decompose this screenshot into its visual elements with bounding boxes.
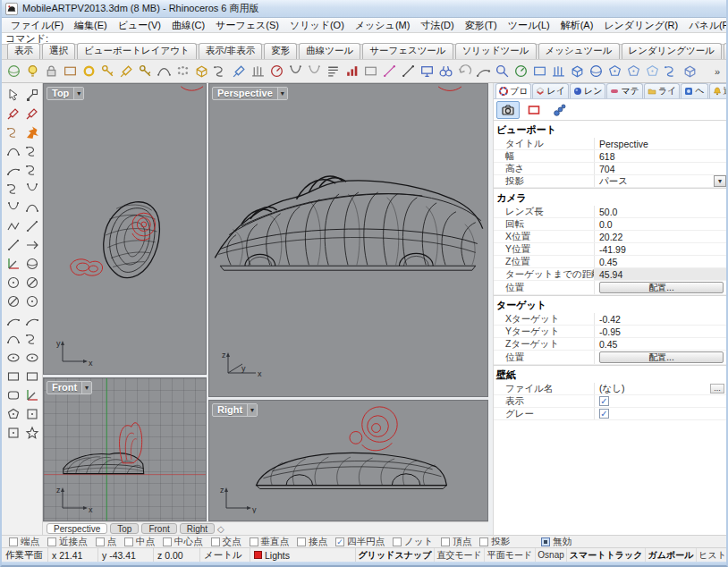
panel-tab-help[interactable]: ヘ [681,83,707,98]
camera-z-value[interactable]: 0.45 [594,256,726,267]
sphere-icon[interactable] [22,254,41,273]
clipping-plane-button[interactable] [522,101,546,119]
target-y-value[interactable]: -0.95 [594,326,726,337]
arc-center-icon[interactable] [4,310,22,329]
map-icon[interactable] [61,62,80,81]
curve-v-icon[interactable] [286,62,305,81]
arc-3pt-icon[interactable] [22,310,41,329]
menu-transform[interactable]: 変形(T) [460,18,503,33]
viewport-front[interactable]: Front ▾ [43,377,207,521]
u-curve-icon[interactable] [4,198,22,216]
viewport-tab-perspective[interactable]: Perspective [47,523,107,534]
polygon-edge-icon[interactable] [22,404,41,423]
toolbar-tab-solid-tools[interactable]: ソリッドツール [455,43,537,59]
osnap-disable[interactable]: 無効 [541,536,571,548]
freeform-curve-icon[interactable] [211,62,230,81]
toggle-grid-snap[interactable]: グリッドスナップ [356,548,435,562]
panel-tab-notifications[interactable]: 通… [709,83,728,98]
viewport-perspective-menu-arrow[interactable]: ▾ [277,88,287,99]
toolbar-tab-surface-tools[interactable]: サーフェスツール [362,43,453,59]
toolbar-tab-select[interactable]: 選択 [42,43,75,59]
target-z-value[interactable]: 0.45 [594,338,726,350]
menu-dimension[interactable]: 寸法(D) [415,18,459,33]
picture-frame-icon[interactable] [22,385,41,404]
panel-tab-materials[interactable]: マテ [606,83,642,98]
v-curve-icon[interactable] [22,179,41,198]
toggle-planar[interactable]: 平面モード [485,548,535,562]
menu-solid[interactable]: ソリッド(O) [284,18,350,33]
toolbar-tab-render-tools[interactable]: レンダリングツール [622,43,722,59]
lasso-icon[interactable] [4,123,22,141]
menu-curve[interactable]: 曲線(C) [166,18,210,33]
dock-icon[interactable] [549,62,568,81]
toolbar-tab-drafting[interactable]: 製図 [724,43,728,59]
toggle-smarttrack[interactable]: スマートトラック [567,548,646,562]
arc-blend-icon[interactable] [4,160,22,179]
app-icon[interactable] [5,3,18,15]
panel-tab-rendering[interactable]: レン [570,83,605,98]
blue-sphere-icon[interactable] [587,62,605,81]
menu-tools[interactable]: ツール(L) [503,18,555,33]
panel-tab-properties[interactable]: プロ [495,83,531,98]
zoom-target-icon[interactable] [493,62,512,81]
osnap-perpendicular[interactable]: 垂直点 [250,536,290,548]
osnap-end[interactable]: 端点 [9,536,39,548]
wallpaper-show-checkbox[interactable] [599,396,609,406]
arc-icon[interactable] [474,62,493,81]
square-icon[interactable] [4,423,22,442]
gauge-icon[interactable] [267,62,286,81]
wallpaper-filename-value[interactable]: (なし) ... [594,383,726,394]
menu-render[interactable]: レンダリング(R) [598,18,683,33]
viewport-right[interactable]: Right ▾ [208,400,488,521]
layer-state-icon[interactable] [80,62,98,81]
toolbar-tab-mesh-tools[interactable]: メッシュツール [538,43,620,59]
menu-surface[interactable]: サーフェス(S) [210,18,284,33]
units-menu[interactable]: メートル [200,548,250,562]
tag-icon[interactable] [117,62,136,81]
curve-fair-icon[interactable] [4,179,22,198]
camera-y-value[interactable]: -41.99 [594,243,726,255]
keys-icon[interactable] [136,62,155,81]
zigzag-polyline-icon[interactable] [4,216,22,235]
star-icon[interactable] [22,423,41,442]
rebuild-curve-icon[interactable] [22,198,41,216]
conic-icon[interactable] [22,329,41,348]
hexagon-icon[interactable] [605,62,624,81]
toolbar-tab-standard[interactable]: 表示 [7,43,40,59]
lens-length-value[interactable]: 50.0 [594,206,726,217]
circle-3pt-icon[interactable] [4,292,22,310]
line-pink-icon[interactable] [380,62,399,81]
toolbar-tab-curve-tools[interactable]: 曲線ツール [299,43,360,59]
point-cloud-icon[interactable] [174,62,192,81]
current-layer-menu[interactable]: Lights [250,548,356,562]
toolbar-tab-visibility[interactable]: 表示/非表示 [199,43,262,59]
camera-x-value[interactable]: 20.22 [594,231,726,242]
viewport-right-label[interactable]: Right ▾ [212,403,258,417]
cube-edit-icon[interactable] [681,62,699,81]
monitor-icon[interactable] [418,62,436,81]
layout-panel-icon[interactable] [530,62,549,81]
shaded-viewport-icon[interactable] [4,62,23,81]
menu-mesh[interactable]: メッシュ(M) [350,18,416,33]
rounded-rectangle-icon[interactable] [4,385,22,404]
control-points-icon[interactable] [22,85,41,104]
named-view-icon[interactable] [361,62,380,81]
viewport-perspective[interactable]: Perspective ▾ [208,83,488,397]
target-place-button[interactable]: 配置... [599,351,724,363]
toggle-gumball[interactable]: ガムボール [646,548,697,562]
rotation-value[interactable]: 0.0 [594,218,726,230]
viewport-tab-right[interactable]: Right [180,523,215,534]
handle-curve-icon[interactable] [22,160,41,179]
wallpaper-browse-button[interactable]: ... [710,384,724,394]
viewport-perspective-label[interactable]: Perspective ▾ [212,87,288,100]
key-icon[interactable] [98,62,117,81]
circle-diameter-icon[interactable] [22,273,41,292]
undo-view-icon[interactable] [455,62,474,81]
curve-blend-icon[interactable] [4,329,22,348]
menu-edit[interactable]: 編集(E) [69,18,113,33]
viewport-top-menu-arrow[interactable]: ▾ [73,88,83,99]
osnap-vertex[interactable]: 頂点 [441,536,471,548]
viewport-top[interactable]: Top ▾ [43,83,207,375]
pencil-icon[interactable] [230,62,249,81]
hexagon-shaded-icon[interactable] [624,62,643,81]
